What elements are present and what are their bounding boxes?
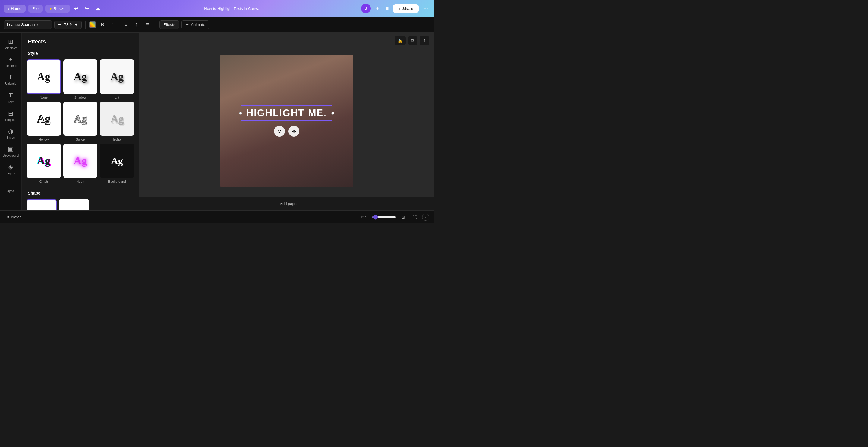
duplicate-button[interactable]: ⧉ xyxy=(408,36,417,45)
separator xyxy=(85,21,86,29)
style-card-box-hollow: Ag xyxy=(27,102,61,136)
style-card-glitch[interactable]: Ag Glitch xyxy=(27,144,61,183)
add-collaborator-button[interactable]: + xyxy=(373,4,381,13)
resize-label: Resize xyxy=(54,6,66,11)
file-button[interactable]: File xyxy=(28,4,43,13)
nav-right-section: J + ≡ ↑ Share ··· xyxy=(361,4,430,13)
style-card-lift[interactable]: Ag Lift xyxy=(100,59,134,99)
zoom-value: 21% xyxy=(361,215,368,219)
style-card-box-background: Ag xyxy=(100,144,134,178)
animate-label: Animate xyxy=(191,22,205,27)
text-element[interactable]: HIGHLIGHT ME. xyxy=(241,105,333,121)
font-size-control: − 73.9 + xyxy=(54,21,82,29)
save-button[interactable]: ↥ xyxy=(420,36,429,45)
style-label-echo: Echo xyxy=(113,138,121,141)
sidebar-item-label-templates: Templates xyxy=(4,47,18,50)
style-card-box-shadow: Ag xyxy=(63,59,98,94)
style-card-neon[interactable]: Ag Neon xyxy=(63,144,98,183)
style-card-box-neon: Ag xyxy=(63,144,98,178)
effects-panel-title: Effects xyxy=(22,33,139,49)
activity-icon: ≡ xyxy=(386,5,389,12)
bold-button[interactable]: B xyxy=(98,20,107,29)
sidebar-item-label-elements: Elements xyxy=(4,64,17,67)
style-card-hollow[interactable]: Ag Hollow xyxy=(27,102,61,142)
uploads-icon: ⬆ xyxy=(8,73,13,81)
sidebar-item-projects[interactable]: ⊟ Projects xyxy=(2,107,20,125)
style-label-glitch: Glitch xyxy=(39,180,48,183)
undo-button[interactable]: ↩ xyxy=(72,3,81,13)
more-options-button[interactable]: ··· xyxy=(421,4,430,13)
share-icon: ↑ xyxy=(398,6,401,11)
style-preview-hollow: Ag xyxy=(37,113,50,125)
activity-button[interactable]: ≡ xyxy=(384,4,391,13)
style-card-box-echo: Ag xyxy=(100,102,134,136)
sidebar-item-label-projects: Projects xyxy=(5,118,16,122)
canvas-slide[interactable]: HIGHLIGHT ME. ↺ ✥ xyxy=(220,55,353,187)
style-label-shadow: Shadow xyxy=(74,96,87,99)
sidebar-item-styles[interactable]: ◑ Styles xyxy=(2,125,20,142)
shape-card-none[interactable]: ABCD None xyxy=(27,199,57,210)
font-size-increase-button[interactable]: + xyxy=(73,22,79,27)
effects-button[interactable]: Effects xyxy=(159,20,179,29)
list-button[interactable]: ☰ xyxy=(143,21,152,29)
text-color-picker[interactable] xyxy=(89,22,96,28)
share-button[interactable]: ↑ Share xyxy=(393,4,418,13)
text-icon: T xyxy=(9,91,13,99)
sidebar-item-elements[interactable]: ✦ Elements xyxy=(2,53,20,70)
style-preview-shadow: Ag xyxy=(73,70,87,83)
fullscreen-button[interactable]: ⛶ xyxy=(410,213,418,221)
more-options-toolbar-button[interactable]: ··· xyxy=(212,21,220,29)
help-button[interactable]: ? xyxy=(422,213,429,221)
fit-screen-button[interactable]: ⊡ xyxy=(400,213,407,221)
align-button[interactable]: ≡ xyxy=(123,21,130,29)
styles-icon: ◑ xyxy=(8,127,13,135)
style-card-shadow[interactable]: Ag Shadow xyxy=(63,59,98,99)
list-icon: ☰ xyxy=(146,22,150,27)
home-label: Home xyxy=(11,6,22,11)
sidebar-item-text[interactable]: T Text xyxy=(2,88,20,107)
animate-button[interactable]: ✦ Animate xyxy=(181,20,209,29)
minus-icon: − xyxy=(58,22,61,27)
notes-button[interactable]: ≡ Notes xyxy=(5,213,24,220)
sidebar-item-uploads[interactable]: ⬆ Uploads xyxy=(2,70,20,88)
add-page-button[interactable]: + Add page xyxy=(139,197,434,210)
style-label-neon: Neon xyxy=(76,180,84,183)
chevron-down-icon: ▾ xyxy=(37,23,38,26)
document-title: How to Highlight Texts in Canva xyxy=(105,6,359,11)
move-button[interactable]: ✥ xyxy=(288,126,299,137)
style-label-hollow: Hollow xyxy=(38,138,49,141)
home-button[interactable]: ‹ Home xyxy=(4,4,26,13)
style-card-none[interactable]: Ag None xyxy=(27,59,61,99)
cloud-save-button[interactable]: ☁ xyxy=(93,3,102,13)
lock-button[interactable]: 🔒 xyxy=(395,36,406,45)
font-size-value: 73.9 xyxy=(63,22,72,27)
home-chevron-icon: ‹ xyxy=(8,6,9,11)
italic-button[interactable]: I xyxy=(109,20,115,29)
sidebar-item-label-text: Text xyxy=(8,100,13,104)
sidebar-navigation: ⊞ Templates ✦ Elements ⬆ Uploads T Text … xyxy=(0,33,22,210)
style-preview-none: Ag xyxy=(37,70,50,83)
add-page-label: + Add page xyxy=(277,202,297,206)
sidebar-item-apps[interactable]: ⋯ Apps xyxy=(2,178,20,196)
shape-card-curve[interactable]: ABCD Curve xyxy=(59,199,89,210)
zoom-slider[interactable] xyxy=(372,215,396,219)
left-selection-handle[interactable] xyxy=(239,112,242,115)
resize-button[interactable]: ● Resize xyxy=(45,4,70,13)
spacing-button[interactable]: ⇕ xyxy=(132,21,141,29)
font-size-decrease-button[interactable]: − xyxy=(57,22,62,27)
style-card-background[interactable]: Ag Background xyxy=(100,144,134,183)
sidebar-item-templates[interactable]: ⊞ Templates xyxy=(2,35,20,53)
highlight-text: HIGHLIGHT ME. xyxy=(246,108,327,118)
style-card-echo[interactable]: Ag Echo xyxy=(100,102,134,142)
sidebar-item-logos[interactable]: ◈ Logos xyxy=(2,160,20,178)
text-content[interactable]: HIGHLIGHT ME. xyxy=(241,105,333,121)
font-family-select[interactable]: League Spartan ▾ xyxy=(4,20,52,29)
replace-button[interactable]: ↺ xyxy=(274,126,285,137)
redo-button[interactable]: ↪ xyxy=(83,3,91,13)
shape-card-box-none: ABCD xyxy=(27,199,57,210)
style-grid: Ag None Ag Shadow Ag Lift Ag xyxy=(22,59,139,188)
avatar[interactable]: J xyxy=(361,4,371,13)
style-card-splice[interactable]: Ag Splice xyxy=(63,102,98,142)
right-selection-handle[interactable] xyxy=(331,112,334,115)
sidebar-item-background[interactable]: ▣ Background xyxy=(2,142,20,160)
